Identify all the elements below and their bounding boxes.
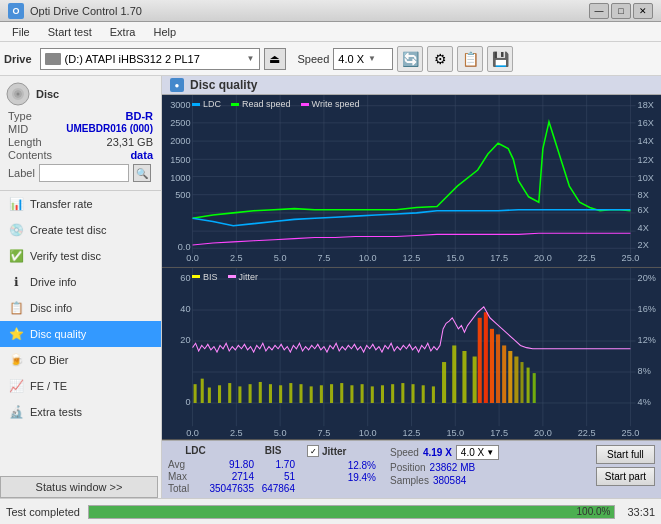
ldc-header: LDC: [168, 445, 223, 456]
drive-label: Drive: [4, 53, 32, 65]
start-full-button[interactable]: Start full: [596, 445, 655, 464]
jitter-header: Jitter: [322, 446, 346, 457]
label-browse-button[interactable]: 🔍: [133, 164, 151, 182]
svg-rect-106: [361, 384, 364, 403]
svg-rect-118: [478, 317, 482, 402]
start-part-button[interactable]: Start part: [596, 467, 655, 486]
svg-text:12X: 12X: [638, 153, 655, 164]
menu-help[interactable]: Help: [145, 24, 184, 40]
minimize-button[interactable]: —: [589, 3, 609, 19]
svg-rect-94: [238, 386, 241, 403]
svg-text:16%: 16%: [638, 302, 657, 313]
maximize-button[interactable]: □: [611, 3, 631, 19]
disc-section: Disc Type BD-R MID UMEBDR016 (000) Lengt…: [0, 76, 161, 191]
cd-bier-icon: 🍺: [8, 352, 24, 368]
svg-rect-91: [208, 387, 211, 402]
sidebar-label-drive-info: Drive info: [30, 276, 76, 288]
nav-items: 📊 Transfer rate 💿 Create test disc ✅ Ver…: [0, 191, 161, 476]
disc-quality-icon: ⭐: [8, 326, 24, 342]
label-input[interactable]: [39, 164, 129, 182]
svg-text:14X: 14X: [638, 135, 655, 146]
svg-text:2000: 2000: [170, 135, 190, 146]
save-button[interactable]: 💾: [487, 46, 513, 72]
svg-rect-104: [340, 383, 343, 403]
svg-rect-112: [422, 385, 425, 403]
total-ldc: 35047635: [204, 483, 254, 494]
svg-text:20.0: 20.0: [534, 426, 552, 437]
sidebar-item-disc-info[interactable]: 📋 Disc info: [0, 295, 161, 321]
total-label: Total: [168, 483, 198, 494]
svg-rect-108: [381, 385, 384, 403]
svg-text:12%: 12%: [638, 333, 657, 344]
sidebar-item-disc-quality[interactable]: ⭐ Disc quality: [0, 321, 161, 347]
speed-dropdown-arrow: ▼: [486, 448, 494, 457]
legend-jitter: Jitter: [239, 272, 259, 282]
sidebar-item-extra-tests[interactable]: 🔬 Extra tests: [0, 399, 161, 425]
charts-container: LDC Read speed Write speed: [162, 95, 661, 440]
speed-dropdown[interactable]: 4.0 X ▼: [456, 445, 499, 460]
speed-select[interactable]: 4.0 X ▼: [333, 48, 393, 70]
sidebar-item-create-test-disc[interactable]: 💿 Create test disc: [0, 217, 161, 243]
chart-title: Disc quality: [190, 78, 257, 92]
title-bar: O Opti Drive Control 1.70 — □ ✕: [0, 0, 661, 22]
jitter-checkbox[interactable]: ✓: [307, 445, 319, 457]
svg-rect-116: [462, 350, 466, 402]
svg-rect-92: [218, 385, 221, 403]
elapsed-time: 33:31: [627, 506, 655, 518]
sidebar-item-verify-test-disc[interactable]: ✅ Verify test disc: [0, 243, 161, 269]
length-label: Length: [8, 136, 42, 148]
svg-rect-114: [442, 362, 446, 403]
contents-value: data: [130, 149, 153, 161]
svg-rect-97: [269, 384, 272, 403]
sidebar-item-cd-bier[interactable]: 🍺 CD Bier: [0, 347, 161, 373]
start-buttons: Start full Start part: [596, 445, 655, 486]
svg-text:10.0: 10.0: [359, 252, 377, 263]
sidebar-item-drive-info[interactable]: ℹ Drive info: [0, 269, 161, 295]
speed-value: 4.0 X: [338, 53, 364, 65]
svg-text:8%: 8%: [638, 364, 652, 375]
drive-select[interactable]: (D:) ATAPI iHBS312 2 PL17 ▼: [40, 48, 260, 70]
svg-text:2X: 2X: [638, 239, 650, 250]
chart-header: ● Disc quality: [162, 76, 661, 95]
speed-label: Speed: [298, 53, 330, 65]
status-window-button[interactable]: Status window >>: [0, 476, 158, 498]
verify-disc-icon: ✅: [8, 248, 24, 264]
sidebar-item-transfer-rate[interactable]: 📊 Transfer rate: [0, 191, 161, 217]
svg-rect-89: [194, 384, 197, 403]
sidebar: Disc Type BD-R MID UMEBDR016 (000) Lengt…: [0, 76, 162, 498]
eject-button[interactable]: ⏏: [264, 48, 286, 70]
svg-text:0.0: 0.0: [178, 241, 191, 252]
max-jitter: 19.4%: [341, 472, 376, 483]
svg-rect-93: [228, 383, 231, 403]
svg-rect-101: [310, 386, 313, 403]
bottom-chart-svg: 60 40 20 0 0.0 2.5 5.0 7.5 10.0 12.5 15.…: [162, 268, 661, 440]
svg-rect-115: [452, 345, 456, 403]
svg-text:25.0: 25.0: [622, 252, 640, 263]
svg-text:17.5: 17.5: [490, 426, 508, 437]
create-disc-icon: 💿: [8, 222, 24, 238]
copy-button[interactable]: 📋: [457, 46, 483, 72]
settings-button[interactable]: ⚙: [427, 46, 453, 72]
svg-text:2.5: 2.5: [230, 426, 243, 437]
contents-label: Contents: [8, 149, 52, 161]
sidebar-item-fe-te[interactable]: 📈 FE / TE: [0, 373, 161, 399]
close-button[interactable]: ✕: [633, 3, 653, 19]
refresh-button[interactable]: 🔄: [397, 46, 423, 72]
svg-rect-100: [299, 384, 302, 403]
samples-label: Samples: [390, 475, 429, 486]
extra-tests-icon: 🔬: [8, 404, 24, 420]
svg-text:17.5: 17.5: [490, 252, 508, 263]
menu-extra[interactable]: Extra: [102, 24, 144, 40]
menu-file[interactable]: File: [4, 24, 38, 40]
svg-rect-95: [249, 384, 252, 403]
speed-dropdown-arrow: ▼: [368, 54, 376, 63]
svg-text:8X: 8X: [638, 189, 650, 200]
menu-start-test[interactable]: Start test: [40, 24, 100, 40]
sidebar-label-create-disc: Create test disc: [30, 224, 106, 236]
svg-text:15.0: 15.0: [446, 426, 464, 437]
svg-rect-102: [320, 385, 323, 403]
svg-text:500: 500: [175, 189, 190, 200]
length-value: 23,31 GB: [107, 136, 153, 148]
position-label: Position: [390, 462, 426, 473]
toolbar: Drive (D:) ATAPI iHBS312 2 PL17 ▼ ⏏ Spee…: [0, 42, 661, 76]
